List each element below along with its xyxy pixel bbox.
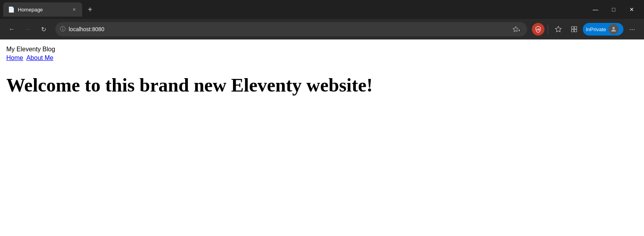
browser-chrome: 📄 Homepage × + — □ ✕ ← → ↻ ⓘ localhost:8… (0, 0, 644, 39)
tab-page-icon: 📄 (8, 6, 15, 13)
add-to-favorites-button[interactable] (511, 24, 522, 35)
profile-avatar (608, 24, 619, 34)
site-name: My Eleventy Blog (6, 46, 638, 53)
tab-bar: 📄 Homepage × + — □ ✕ (0, 0, 644, 19)
collections-button[interactable] (567, 22, 581, 36)
navigation-bar: ← → ↻ ⓘ localhost:8080 uB (0, 19, 644, 39)
forward-button[interactable]: → (21, 22, 35, 36)
inprivate-label: InPrivate (586, 26, 606, 32)
tab-title: Homepage (18, 7, 68, 13)
svg-rect-9 (574, 30, 576, 32)
site-nav: Home About Me (6, 54, 638, 62)
svg-rect-6 (571, 26, 574, 29)
site-info-icon[interactable]: ⓘ (60, 26, 66, 33)
tab-close-button[interactable]: × (71, 6, 77, 13)
inprivate-profile-button[interactable]: InPrivate (583, 23, 623, 36)
page-content: My Eleventy Blog Home About Me Welcome t… (0, 39, 644, 217)
minimize-button[interactable]: — (586, 3, 605, 16)
svg-point-10 (612, 27, 615, 29)
page-heading: Welcome to this brand new Eleventy websi… (6, 74, 638, 96)
url-display: localhost:8080 (69, 26, 508, 32)
svg-text:uB: uB (536, 28, 540, 31)
refresh-button[interactable]: ↻ (36, 22, 51, 36)
window-controls: — □ ✕ (586, 3, 641, 16)
active-tab[interactable]: 📄 Homepage × (3, 2, 82, 17)
new-tab-button[interactable]: + (84, 3, 96, 16)
ublock-extension-button[interactable]: uB (532, 23, 544, 36)
close-button[interactable]: ✕ (623, 3, 641, 16)
back-button[interactable]: ← (5, 22, 19, 36)
svg-rect-8 (571, 30, 574, 32)
nav-link-about[interactable]: About Me (26, 54, 53, 62)
maximize-button[interactable]: □ (605, 3, 623, 16)
address-bar[interactable]: ⓘ localhost:8080 (55, 22, 527, 36)
nav-link-home[interactable]: Home (6, 54, 23, 62)
toolbar-divider (548, 24, 548, 34)
svg-rect-7 (574, 26, 576, 29)
favorites-button[interactable] (551, 22, 565, 36)
toolbar-right: uB InPrivate (532, 22, 639, 36)
more-options-button[interactable]: ··· (625, 22, 639, 36)
svg-marker-5 (555, 26, 561, 32)
